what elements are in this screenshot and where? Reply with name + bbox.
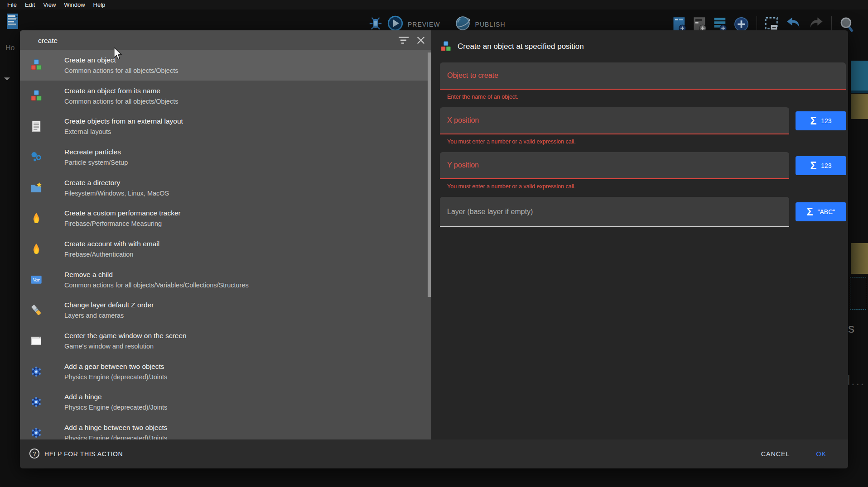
result-title: Create a custom performance tracker (64, 209, 181, 217)
cubes-icon (30, 90, 43, 102)
result-subtitle: External layouts (64, 128, 183, 135)
firebase-flame-icon (30, 212, 43, 224)
menu-edit[interactable]: Edit (21, 1, 39, 8)
result-title: Change layer default Z order (64, 301, 154, 309)
result-title: Create objects from an external layout (64, 117, 183, 125)
result-subtitle: Firebase/Authentication (64, 251, 159, 258)
scene-edge-text: s (848, 321, 854, 336)
cancel-button[interactable]: CANCEL (758, 450, 793, 458)
search-results-list: Create an objectCommon actions for all o… (20, 50, 431, 439)
result-title: Add a gear between two objects (64, 363, 167, 371)
menu-window[interactable]: Window (60, 1, 89, 8)
help-icon: ? (29, 448, 40, 460)
search-result-item[interactable]: Create account with with emailFirebase/A… (20, 234, 431, 264)
y-position-expression-button[interactable]: Σ 123 (796, 156, 846, 175)
tab-home[interactable]: Ho (5, 44, 20, 52)
result-subtitle: Particle system/Setup (64, 159, 128, 166)
search-result-item[interactable]: VarRemove a childCommon actions for all … (20, 264, 431, 295)
menu-view[interactable]: View (39, 1, 60, 8)
y-position-field[interactable]: Y position (440, 152, 789, 179)
result-title: Add a hinge between two objects (64, 424, 168, 432)
toolbar-separator (831, 16, 832, 32)
field-helper-text: You must enter a number or a valid expre… (447, 183, 841, 190)
search-result-item[interactable]: Change layer default Z orderLayers and c… (20, 295, 431, 326)
result-title: Create account with with email (64, 240, 159, 248)
result-title: Create an object (64, 56, 178, 64)
result-subtitle: Layers and cameras (64, 312, 154, 319)
svg-text:Var: Var (33, 277, 40, 282)
sigma-icon: Σ (810, 116, 816, 126)
result-subtitle: Firebase/Performance Measuring (64, 220, 181, 227)
field-placeholder: Y position (447, 161, 479, 169)
menu-help[interactable]: Help (89, 1, 110, 8)
search-result-item[interactable]: Create objects from an external layoutEx… (20, 111, 431, 142)
close-icon[interactable] (416, 35, 426, 47)
search-result-item[interactable]: Create an objectCommon actions for all o… (20, 50, 431, 81)
scene-object-olive (851, 94, 868, 119)
variable-icon: Var (30, 273, 43, 286)
scene-object-teal (851, 61, 868, 93)
x-position-field[interactable]: X position (440, 107, 789, 134)
result-subtitle: Physics Engine (deprecated)/Joints (64, 404, 167, 411)
menu-bar: File Edit View Window Help (0, 0, 868, 10)
physics-gear-icon (30, 426, 43, 439)
field-placeholder: Object to create (447, 72, 498, 80)
preview-button[interactable]: PREVIEW (408, 21, 440, 28)
result-subtitle: Physics Engine (deprecated)/Joints (64, 434, 168, 439)
scene-selection-outline (850, 277, 866, 310)
result-title: Add a hinge (64, 393, 167, 401)
search-result-item[interactable]: Add a hingePhysics Engine (deprecated)/J… (20, 387, 431, 418)
sigma-icon: Σ (807, 207, 813, 217)
layers-icon (30, 304, 43, 316)
action-title: Create an object at specified position (458, 42, 584, 51)
help-button[interactable]: ? HELP FOR THIS ACTION (29, 448, 123, 460)
result-subtitle: Common actions for all objects/Objects (64, 67, 178, 74)
chevron-down-icon[interactable] (4, 75, 10, 83)
help-label: HELP FOR THIS ACTION (44, 450, 123, 458)
sigma-icon: Σ (810, 161, 816, 171)
search-result-item[interactable]: Create an object from its nameCommon act… (20, 81, 431, 111)
search-result-item[interactable]: Add a gear between two objectsPhysics En… (20, 356, 431, 387)
layer-field[interactable]: Layer (base layer if empty) (440, 197, 789, 227)
action-title-row: Create an object at specified position (440, 41, 848, 53)
object-to-create-field[interactable]: Object to create (440, 62, 846, 90)
filter-icon[interactable] (398, 36, 410, 47)
cubes-icon (30, 59, 43, 72)
cubes-icon (440, 41, 452, 53)
search-input[interactable] (37, 30, 347, 51)
search-result-item[interactable]: Recreate particlesParticle system/Setup (20, 142, 431, 172)
results-scrollbar[interactable] (427, 50, 431, 439)
field-helper-text: Enter the name of an object. (447, 94, 841, 100)
result-title: Recreate particles (64, 148, 128, 156)
result-subtitle: Game's window and resolution (64, 343, 187, 350)
gdevelop-app: File Edit View Window Help PREVIEW PUBLI… (0, 0, 868, 487)
scene-object-olive (851, 243, 868, 274)
result-subtitle: Common actions for all objects/Variables… (64, 282, 249, 289)
firebase-flame-icon (30, 243, 43, 255)
search-result-item[interactable]: Add a hinge between two objectsPhysics E… (20, 417, 431, 439)
publish-button[interactable]: PUBLISH (475, 21, 506, 28)
ok-button[interactable]: OK (813, 450, 829, 458)
toolbar-separator (757, 16, 757, 32)
x-position-expression-button[interactable]: Σ 123 (796, 111, 846, 130)
result-title: Remove a child (64, 271, 249, 279)
result-title: Create an object from its name (64, 87, 178, 95)
scrollbar-thumb[interactable] (428, 53, 431, 297)
layer-expression-button[interactable]: Σ "ABC" (796, 202, 846, 221)
field-helper-text: You must enter a number or a valid expre… (447, 138, 841, 145)
search-result-item[interactable]: Center the game window on the screenGame… (20, 325, 431, 356)
events-sheet-icon[interactable] (5, 13, 20, 32)
svg-text:?: ? (33, 450, 36, 457)
search-header (20, 30, 431, 50)
search-result-item[interactable]: Create a custom performance trackerFireb… (20, 203, 431, 234)
result-subtitle: Common actions for all objects/Objects (64, 98, 178, 105)
menu-file[interactable]: File (3, 1, 21, 8)
external-layout-icon (30, 120, 43, 133)
result-subtitle: Physics Engine (deprecated)/Joints (64, 373, 167, 381)
field-placeholder: X position (447, 116, 479, 124)
field-placeholder: Layer (base layer if empty) (447, 208, 533, 216)
search-result-item[interactable]: Create a directoryFilesystem/Windows, Li… (20, 172, 431, 203)
particles-icon (30, 151, 43, 163)
folder-star-icon (30, 181, 43, 194)
result-title: Create a directory (64, 179, 169, 187)
